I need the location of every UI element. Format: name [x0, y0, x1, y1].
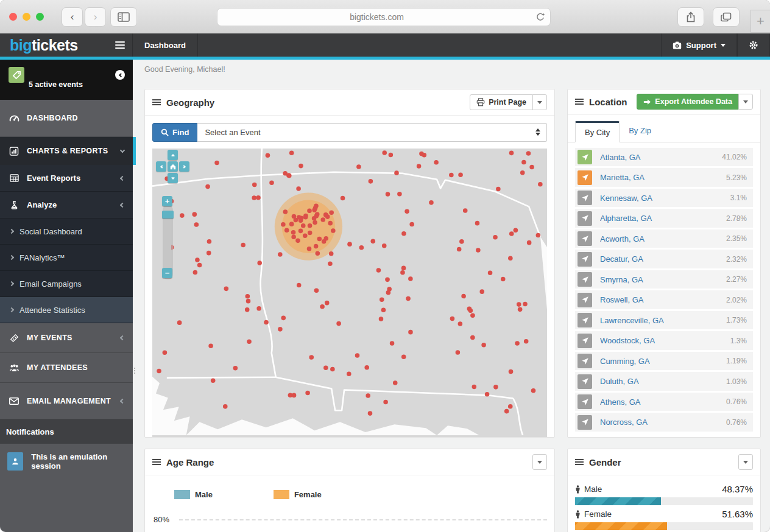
sidebar-item-analyze[interactable]: Analyze: [0, 192, 133, 219]
location-row[interactable]: Athens, GA0.76%: [575, 393, 753, 411]
location-row[interactable]: Acworth, GA2.35%: [575, 229, 753, 248]
attendee-map[interactable]: + −: [152, 149, 547, 437]
sidebar-item-my-attendees[interactable]: MY ATTENDEES: [0, 353, 133, 383]
chevron-down-icon: [743, 100, 748, 103]
panel-menu-icon[interactable]: [575, 99, 584, 105]
settings-button[interactable]: [737, 33, 770, 57]
sidebar-item-event-reports[interactable]: Event Reports: [0, 165, 133, 192]
city-link[interactable]: Lawrenceville, GA: [600, 316, 726, 325]
location-row[interactable]: Lawrenceville, GA1.73%: [575, 311, 753, 330]
zoom-slider-handle[interactable]: [162, 211, 174, 219]
forward-button[interactable]: ›: [85, 7, 106, 27]
pan-left-button[interactable]: [156, 161, 166, 172]
share-button[interactable]: [677, 7, 704, 27]
support-menu[interactable]: Support: [661, 33, 737, 57]
collapse-sidebar-icon[interactable]: [115, 70, 125, 80]
location-row[interactable]: Woodstock, GA1.3%: [575, 331, 753, 350]
location-row[interactable]: Decatur, GA2.32%: [575, 250, 753, 268]
age-range-dropdown[interactable]: [532, 454, 547, 470]
close-window-button[interactable]: [9, 13, 17, 21]
map-home-button[interactable]: [168, 161, 178, 172]
gridline: [179, 519, 547, 520]
panel-menu-icon[interactable]: [152, 99, 161, 105]
city-link[interactable]: Roswell, GA: [600, 295, 726, 304]
age-range-panel: Age Range MaleFemale 80%: [144, 449, 555, 532]
legend-swatch: [274, 490, 289, 499]
location-row[interactable]: Roswell, GA2.02%: [575, 290, 753, 309]
pan-right-button[interactable]: [179, 161, 189, 172]
city-link[interactable]: Duluth, GA: [600, 377, 726, 386]
home-icon: [170, 164, 176, 170]
print-page-button[interactable]: Print Page: [470, 94, 533, 110]
city-link[interactable]: Athens, GA: [600, 397, 726, 407]
notification-item[interactable]: This is an emulation session: [0, 444, 133, 479]
city-link[interactable]: Smyrna, GA: [600, 275, 726, 284]
city-link[interactable]: Decatur, GA: [600, 254, 726, 264]
location-row[interactable]: Smyrna, GA2.27%: [575, 270, 753, 289]
zoom-out-button[interactable]: −: [162, 268, 172, 278]
sidebar-item-charts-reports[interactable]: CHARTS & REPORTS: [0, 137, 133, 165]
gender-row: Male48.37%: [575, 484, 753, 494]
print-options-dropdown[interactable]: [532, 94, 547, 110]
chevron-left-icon: [120, 202, 125, 207]
reload-icon[interactable]: [536, 13, 545, 21]
pan-up-button[interactable]: [168, 150, 178, 160]
sidebar-item-my-events[interactable]: MY EVENTS: [0, 323, 133, 353]
url-text: bigtickets.com: [217, 12, 536, 22]
location-row[interactable]: Atlanta, GA41.02%: [575, 148, 753, 167]
panel-menu-icon[interactable]: [575, 459, 584, 465]
city-link[interactable]: Cumming, GA: [600, 357, 726, 366]
zoom-in-button[interactable]: +: [162, 196, 172, 206]
address-bar[interactable]: bigtickets.com: [217, 8, 551, 26]
pan-down-button[interactable]: [168, 173, 178, 183]
bar-chart-icon: [9, 147, 19, 156]
sidebar-toggle-button[interactable]: [110, 7, 137, 27]
tab-by-zip[interactable]: By Zip: [620, 121, 660, 142]
export-attendee-data-button[interactable]: Export Attendee Data: [637, 94, 739, 110]
location-row[interactable]: Alpharetta, GA2.78%: [575, 209, 753, 228]
map-canvas: [152, 149, 547, 435]
location-row[interactable]: Duluth, GA1.03%: [575, 372, 753, 391]
location-row[interactable]: Kennesaw, GA3.1%: [575, 189, 753, 208]
minimize-window-button[interactable]: [23, 13, 30, 21]
location-row[interactable]: Cumming, GA1.19%: [575, 352, 753, 371]
sidebar-item-email-campaigns[interactable]: Email Campaigns: [0, 271, 133, 297]
sidebar-resize-grip[interactable]: [134, 368, 135, 374]
browser-window: ‹ › bigtickets.com + bigtickets Dashboar…: [0, 0, 770, 532]
bigtickets-logo[interactable]: bigtickets: [0, 33, 107, 57]
find-button[interactable]: Find: [152, 123, 197, 142]
sidebar-item-email-management[interactable]: EMAIL MANAGEMENT: [0, 383, 133, 419]
location-title: Location: [589, 97, 637, 107]
sidebar-item-attendee-statistics[interactable]: Attendee Statistics: [0, 297, 133, 323]
city-link[interactable]: Acworth, GA: [600, 234, 726, 243]
nav-dashboard[interactable]: Dashboard: [133, 33, 198, 57]
panel-menu-icon[interactable]: [152, 459, 161, 465]
sidebar-item-dashboard[interactable]: DASHBOARD: [0, 100, 133, 137]
city-link[interactable]: Kennesaw, GA: [600, 194, 730, 203]
city-link[interactable]: Atlanta, GA: [600, 153, 722, 162]
new-tab-button[interactable]: +: [751, 10, 770, 33]
export-options-dropdown[interactable]: [738, 94, 753, 110]
location-row[interactable]: Norcross, GA0.76%: [575, 413, 753, 432]
sidebar-item-fanalytics[interactable]: FANalytics™: [0, 245, 133, 271]
back-button[interactable]: ‹: [62, 7, 83, 27]
active-events-banner[interactable]: 5 active events: [0, 60, 133, 100]
event-select[interactable]: Select an Event: [197, 123, 547, 142]
city-percentage: 2.02%: [726, 296, 747, 304]
gender-dropdown[interactable]: [738, 454, 753, 470]
tab-overview-button[interactable]: [713, 7, 740, 27]
sidebar-item-social-dashboard[interactable]: Social Dashboard: [0, 219, 133, 245]
city-link[interactable]: Woodstock, GA: [600, 336, 730, 345]
location-arrow-icon: [578, 334, 592, 348]
city-link[interactable]: Marietta, GA: [600, 173, 726, 182]
city-link[interactable]: Alpharetta, GA: [600, 214, 726, 223]
sidebar-collapse-button[interactable]: [107, 33, 133, 57]
location-arrow-icon: [578, 211, 592, 226]
zoom-window-button[interactable]: [36, 13, 44, 21]
tab-by-city[interactable]: By City: [575, 121, 620, 142]
city-percentage: 3.1%: [730, 194, 747, 202]
city-link[interactable]: Norcross, GA: [600, 418, 726, 427]
location-row[interactable]: Marietta, GA5.23%: [575, 168, 753, 187]
city-percentage: 2.78%: [726, 214, 747, 223]
location-arrow-icon: [578, 415, 592, 430]
